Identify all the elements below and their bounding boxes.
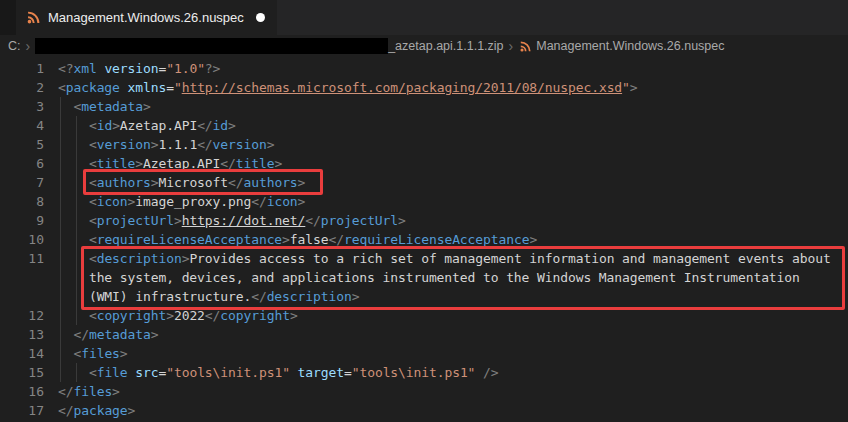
code-line-content[interactable]: <metadata>	[58, 97, 151, 116]
indent-guide	[76, 249, 77, 268]
indent-guide	[76, 306, 77, 325]
indent-guide	[60, 154, 61, 173]
line-number[interactable]: 8	[0, 192, 44, 211]
indent-guide	[60, 306, 61, 325]
indent-guide	[60, 325, 61, 344]
modified-indicator-dot[interactable]	[256, 13, 265, 22]
line-number[interactable]: 5	[0, 135, 44, 154]
code-line: 10 <requireLicenseAcceptance>false</requ…	[0, 230, 848, 249]
code-line: 11 <description>Provides access to a ric…	[0, 249, 848, 268]
code-line-content[interactable]: </metadata>	[58, 325, 159, 344]
indent-guide	[60, 135, 61, 154]
code-line-content[interactable]: <copyright>2022</copyright>	[58, 306, 298, 325]
indent-guide	[76, 192, 77, 211]
line-number[interactable]: 9	[0, 211, 44, 230]
code-line-content[interactable]: the system, devices, and applications in…	[58, 268, 800, 287]
line-number[interactable]: 15	[0, 363, 44, 382]
code-lines: 1<?xml version="1.0"?>2<package xmlns="h…	[0, 57, 848, 420]
indent-guide	[60, 268, 61, 287]
code-line: 4 <id>Azetap.API</id>	[0, 116, 848, 135]
breadcrumb-drive[interactable]: C:	[8, 39, 21, 53]
nuspec-rss-icon-small	[519, 40, 532, 53]
code-line: (WMI) infrastructure.</description>	[0, 287, 848, 306]
indent-guide	[60, 287, 61, 306]
nuspec-rss-icon	[26, 10, 41, 25]
redaction-bar	[35, 38, 388, 54]
code-line-content[interactable]: <requireLicenseAcceptance>false</require…	[58, 230, 537, 249]
line-number[interactable]: 11	[0, 249, 44, 268]
indent-guide	[60, 230, 61, 249]
code-line-content[interactable]: <authors>Microsoft</authors>	[58, 173, 305, 192]
line-number[interactable]: 12	[0, 306, 44, 325]
line-number[interactable]: 16	[0, 382, 44, 401]
line-number[interactable]: 10	[0, 230, 44, 249]
code-line: 14 <files>	[0, 344, 848, 363]
indent-guide	[60, 363, 61, 382]
line-number[interactable]: 17	[0, 401, 44, 420]
indent-guide	[76, 211, 77, 230]
line-number[interactable]: 13	[0, 325, 44, 344]
code-line-content[interactable]: <file src="tools\init.ps1" target="tools…	[58, 363, 499, 382]
code-line: 17</package>	[0, 401, 848, 420]
indent-guide	[60, 97, 61, 116]
indent-guide	[76, 173, 77, 192]
code-line: 16</files>	[0, 382, 848, 401]
code-line-content[interactable]: <version>1.1.1</version>	[58, 135, 274, 154]
code-editor[interactable]: 1<?xml version="1.0"?>2<package xmlns="h…	[0, 57, 848, 422]
code-line-content[interactable]: <projectUrl>https://dot.net/</projectUrl…	[58, 211, 406, 230]
vscode-window: Management.Windows.26.nuspec C: › _azeta…	[0, 0, 848, 422]
tab-bar: Management.Windows.26.nuspec	[0, 0, 848, 35]
indent-guide	[76, 268, 77, 287]
indent-guide	[76, 363, 77, 382]
code-line: 9 <projectUrl>https://dot.net/</projectU…	[0, 211, 848, 230]
line-number[interactable]: 2	[0, 78, 44, 97]
code-line-content[interactable]: <title>Azetap.API</title>	[58, 154, 282, 173]
indent-guide	[76, 154, 77, 173]
line-number[interactable]: 1	[0, 59, 44, 78]
code-line: 12 <copyright>2022</copyright>	[0, 306, 848, 325]
indent-guide	[76, 287, 77, 306]
chevron-right-icon: ›	[26, 39, 31, 53]
code-line-content[interactable]: (WMI) infrastructure.</description>	[58, 287, 359, 306]
breadcrumb-file[interactable]: Management.Windows.26.nuspec	[536, 39, 724, 53]
tab-management-windows-nuspec[interactable]: Management.Windows.26.nuspec	[16, 0, 277, 35]
code-line: 5 <version>1.1.1</version>	[0, 135, 848, 154]
indent-guide	[76, 230, 77, 249]
code-line-content[interactable]: </package>	[58, 401, 135, 420]
code-line: 13 </metadata>	[0, 325, 848, 344]
indent-guide	[60, 192, 61, 211]
code-line-content[interactable]: <?xml version="1.0"?>	[58, 59, 220, 78]
indent-guide	[76, 135, 77, 154]
breadcrumb-archive[interactable]: _azetap.api.1.1.1.zip	[388, 39, 503, 53]
code-line: 7 <authors>Microsoft</authors>	[0, 173, 848, 192]
code-line-content[interactable]: <id>Azetap.API</id>	[58, 116, 236, 135]
code-line-content[interactable]: <description>Provides access to a rich s…	[58, 249, 831, 268]
code-line: 3 <metadata>	[0, 97, 848, 116]
indent-guide	[60, 116, 61, 135]
line-number[interactable]: 4	[0, 116, 44, 135]
line-number[interactable]: 7	[0, 173, 44, 192]
code-line: 2<package xmlns="http://schemas.microsof…	[0, 78, 848, 97]
indent-guide	[60, 211, 61, 230]
line-number[interactable]	[0, 268, 44, 287]
indent-guide	[60, 249, 61, 268]
line-number[interactable]: 3	[0, 97, 44, 116]
line-number[interactable]: 14	[0, 344, 44, 363]
tab-bar-left-edge	[0, 0, 16, 35]
line-number[interactable]	[0, 287, 44, 306]
indent-guide	[60, 344, 61, 363]
tab-title: Management.Windows.26.nuspec	[48, 10, 244, 25]
indent-guide	[76, 116, 77, 135]
code-line-content[interactable]: </files>	[58, 382, 120, 401]
code-line-content[interactable]: <icon>image_proxy.png</icon>	[58, 192, 305, 211]
line-number[interactable]: 6	[0, 154, 44, 173]
code-line: 8 <icon>image_proxy.png</icon>	[0, 192, 848, 211]
indent-guide	[60, 173, 61, 192]
code-line: 6 <title>Azetap.API</title>	[0, 154, 848, 173]
breadcrumb: C: › _azetap.api.1.1.1.zip › Management.…	[0, 35, 848, 57]
code-line-content[interactable]: <files>	[58, 344, 128, 363]
code-line-content[interactable]: <package xmlns="http://schemas.microsoft…	[58, 78, 638, 97]
code-line: 1<?xml version="1.0"?>	[0, 59, 848, 78]
code-line: 15 <file src="tools\init.ps1" target="to…	[0, 363, 848, 382]
code-line: the system, devices, and applications in…	[0, 268, 848, 287]
